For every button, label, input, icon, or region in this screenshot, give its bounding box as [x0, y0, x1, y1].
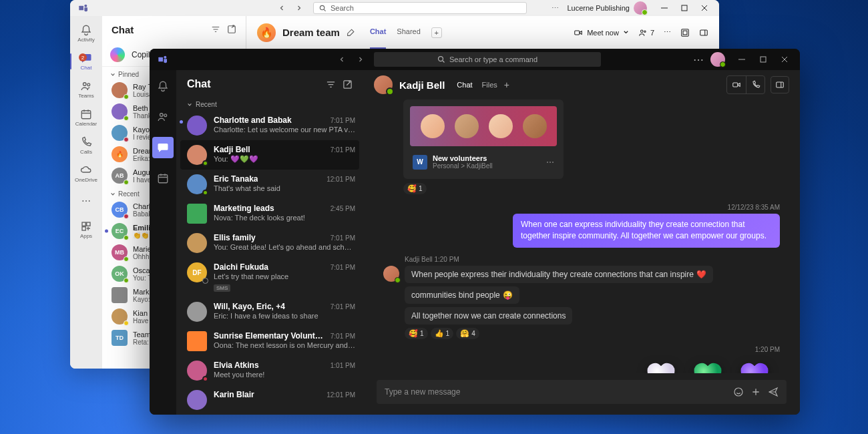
open-app-icon[interactable] — [680, 28, 690, 37]
chat-avatar[interactable] — [374, 75, 393, 94]
item-name: Elvia Atkins — [214, 361, 259, 370]
reaction-chip[interactable]: 🥰1 — [403, 183, 427, 194]
minimize-icon[interactable] — [732, 51, 752, 67]
send-icon[interactable] — [768, 387, 779, 397]
compose-icon[interactable] — [343, 79, 353, 89]
more-icon[interactable]: ⋯ — [546, 158, 554, 167]
compose-icon[interactable] — [227, 25, 236, 34]
avatar: EC — [112, 223, 128, 239]
nav-forward-icon[interactable] — [354, 53, 367, 66]
reaction-chip[interactable]: 👍1 — [431, 328, 454, 339]
chat-list-item[interactable]: Will, Kayo, Eric, +47:01 PMEric: I have … — [176, 297, 363, 327]
chat-list-item[interactable]: Ellis family7:01 PMYou: Great idea! Let'… — [176, 228, 363, 258]
svg-rect-9 — [82, 227, 85, 230]
nav-arrows — [276, 2, 305, 14]
people-count[interactable]: 7 — [638, 28, 654, 37]
minimize-icon[interactable] — [655, 1, 674, 15]
avatar: 🔥 — [112, 146, 128, 162]
filter-icon[interactable] — [211, 25, 220, 34]
item-name: Ellis family — [214, 233, 256, 242]
svg-rect-16 — [700, 29, 708, 35]
reaction-chip[interactable]: 🥰1 — [405, 328, 428, 339]
rail-calendar[interactable]: Calendar — [70, 104, 102, 131]
section-label: Recent — [196, 101, 217, 108]
rail-apps[interactable]: Apps — [70, 216, 102, 243]
nav-forward-icon[interactable] — [293, 2, 305, 14]
item-preview: Let's try that new place — [214, 272, 355, 280]
people-icon — [638, 28, 648, 37]
search-box[interactable]: Search — [313, 2, 527, 14]
meet-now-button[interactable]: Meet now — [574, 28, 629, 37]
rail-chat[interactable]: 2Chat — [70, 48, 102, 75]
chat-list-item[interactable]: Charlotte and Babak7:01 PMCharlotte: Let… — [176, 111, 363, 140]
rail-activity[interactable] — [152, 75, 174, 97]
rail-teams[interactable]: Teams — [70, 76, 102, 103]
document-attachment[interactable]: W New volunteersPersonal > KadjiBell ⋯ — [410, 152, 557, 172]
item-name: Charlotte and Babak — [214, 116, 292, 125]
maximize-icon[interactable] — [675, 1, 694, 15]
nav-arrows — [335, 53, 367, 66]
chat-list-item[interactable]: DFDaichi Fukuda7:01 PMLet's try that new… — [176, 258, 363, 297]
rail-calls[interactable]: Calls — [70, 132, 102, 159]
filter-icon[interactable] — [326, 79, 336, 89]
avatar — [112, 103, 128, 120]
sent-hearts[interactable] — [383, 359, 780, 373]
reactions: 🥰1 👍1 🤗4 — [405, 328, 780, 339]
edit-icon[interactable] — [347, 28, 355, 37]
chat-list-item[interactable]: Karin Blair12:01 PM — [176, 385, 363, 415]
shared-card[interactable]: W New volunteersPersonal > KadjiBell ⋯ — [403, 99, 564, 179]
section-recent[interactable]: Recent — [176, 98, 363, 111]
compose-box[interactable]: Type a new message — [377, 380, 787, 404]
org-switcher[interactable]: Lucerne Publishing — [567, 1, 647, 15]
video-call-icon[interactable] — [727, 76, 746, 93]
close-icon[interactable] — [695, 1, 714, 15]
teams-logo-icon — [78, 3, 89, 13]
add-attachment-icon[interactable] — [750, 387, 761, 397]
add-tab-icon[interactable]: + — [431, 27, 442, 38]
chat-list-item[interactable]: Elvia Atkins1:01 PMMeet you there! — [176, 356, 363, 385]
section-label: Pinned — [118, 71, 139, 78]
search-box[interactable]: Search or type a command — [374, 52, 601, 67]
received-message[interactable]: When people express their individuality … — [405, 266, 713, 283]
tab-files[interactable]: Files — [482, 81, 497, 89]
chat-list-item[interactable]: Sunrise Elementary Volunteers7:01 PMOona… — [176, 327, 363, 356]
light-chat-header: 🔥 Dream team Chat Shared + Meet now 7 ⋯ — [246, 16, 719, 49]
rail-label: Teams — [78, 93, 94, 99]
chat-list-item[interactable]: Eric Tanaka12:01 PMThat's what she said — [176, 170, 363, 199]
panel-icon[interactable] — [699, 28, 708, 37]
nav-back-icon[interactable] — [335, 53, 349, 66]
tab-chat[interactable]: Chat — [457, 81, 472, 89]
close-icon[interactable] — [775, 51, 795, 67]
sent-message[interactable]: When one can express individuality they … — [513, 214, 780, 248]
add-tab-icon[interactable]: + — [504, 79, 509, 90]
svg-point-4 — [83, 83, 87, 86]
item-name: Sunrise Elementary Volunteers — [214, 331, 327, 341]
tab-shared[interactable]: Shared — [397, 27, 420, 49]
rail-chat[interactable] — [152, 137, 174, 158]
rail-calendar[interactable] — [152, 168, 174, 189]
maximize-icon[interactable] — [753, 51, 773, 67]
received-message[interactable]: All together now we can create connectio… — [405, 307, 572, 324]
received-message[interactable]: communities bind people😜 — [405, 286, 519, 304]
audio-call-icon[interactable] — [746, 76, 765, 93]
tab-chat[interactable]: Chat — [370, 27, 386, 49]
rail-more-icon[interactable]: ⋯ — [81, 191, 91, 211]
rail-activity[interactable]: Activity — [70, 20, 102, 47]
more-icon[interactable]: ⋯ — [693, 53, 704, 66]
rail-community[interactable] — [152, 106, 174, 128]
chat-list-item[interactable]: Marketing leads2:45 PMNova: The deck loo… — [176, 199, 363, 228]
chevron-down-icon — [623, 29, 629, 35]
rail-onedrive[interactable]: OneDrive — [70, 160, 102, 187]
item-preview: Meet you there! — [214, 371, 355, 379]
nav-back-icon[interactable] — [276, 2, 288, 14]
chat-list-item[interactable]: Kadji Bell7:01 PMYou: 💜💚💜 — [180, 140, 359, 170]
panel-toggle-icon[interactable] — [771, 76, 789, 93]
more-icon[interactable]: ⋯ — [552, 4, 559, 13]
sender-avatar[interactable] — [383, 266, 399, 282]
more-icon[interactable]: ⋯ — [664, 28, 671, 37]
emoji-icon[interactable] — [733, 387, 744, 397]
reaction-chip[interactable]: 🤗4 — [456, 328, 479, 339]
avatar — [187, 302, 207, 322]
user-avatar[interactable] — [710, 52, 725, 67]
chat-tabs: Chat Shared + — [370, 27, 442, 38]
